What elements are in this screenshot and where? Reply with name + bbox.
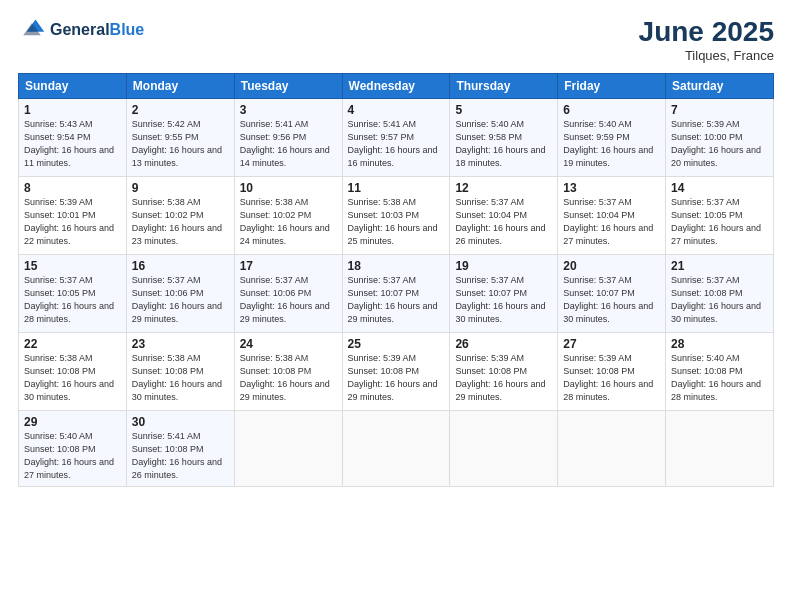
day-info: Sunrise: 5:41 AMSunset: 9:57 PMDaylight:…: [348, 119, 438, 168]
day-number: 25: [348, 337, 445, 351]
day-info: Sunrise: 5:37 AMSunset: 10:05 PMDaylight…: [24, 275, 114, 324]
table-row: 3 Sunrise: 5:41 AMSunset: 9:56 PMDayligh…: [234, 99, 342, 177]
day-number: 30: [132, 415, 229, 429]
day-info: Sunrise: 5:38 AMSunset: 10:02 PMDaylight…: [132, 197, 222, 246]
table-row: 13 Sunrise: 5:37 AMSunset: 10:04 PMDayli…: [558, 177, 666, 255]
table-row: 22 Sunrise: 5:38 AMSunset: 10:08 PMDayli…: [19, 333, 127, 411]
table-row: 30 Sunrise: 5:41 AMSunset: 10:08 PMDayli…: [126, 411, 234, 487]
day-number: 27: [563, 337, 660, 351]
calendar-row: 22 Sunrise: 5:38 AMSunset: 10:08 PMDayli…: [19, 333, 774, 411]
day-info: Sunrise: 5:40 AMSunset: 10:08 PMDaylight…: [24, 431, 114, 480]
day-info: Sunrise: 5:41 AMSunset: 9:56 PMDaylight:…: [240, 119, 330, 168]
day-number: 15: [24, 259, 121, 273]
calendar-row: 15 Sunrise: 5:37 AMSunset: 10:05 PMDayli…: [19, 255, 774, 333]
day-info: Sunrise: 5:43 AMSunset: 9:54 PMDaylight:…: [24, 119, 114, 168]
logo: GeneralBlue: [18, 16, 144, 44]
day-info: Sunrise: 5:41 AMSunset: 10:08 PMDaylight…: [132, 431, 222, 480]
col-tuesday: Tuesday: [234, 74, 342, 99]
day-info: Sunrise: 5:37 AMSunset: 10:07 PMDaylight…: [563, 275, 653, 324]
day-info: Sunrise: 5:40 AMSunset: 9:58 PMDaylight:…: [455, 119, 545, 168]
table-row: 4 Sunrise: 5:41 AMSunset: 9:57 PMDayligh…: [342, 99, 450, 177]
day-info: Sunrise: 5:39 AMSunset: 10:08 PMDaylight…: [455, 353, 545, 402]
table-row: 11 Sunrise: 5:38 AMSunset: 10:03 PMDayli…: [342, 177, 450, 255]
day-info: Sunrise: 5:37 AMSunset: 10:07 PMDaylight…: [348, 275, 438, 324]
page: GeneralBlue June 2025 Tilques, France Su…: [0, 0, 792, 612]
day-info: Sunrise: 5:37 AMSunset: 10:06 PMDaylight…: [240, 275, 330, 324]
table-row: [666, 411, 774, 487]
day-number: 18: [348, 259, 445, 273]
table-row: [342, 411, 450, 487]
day-info: Sunrise: 5:40 AMSunset: 10:08 PMDaylight…: [671, 353, 761, 402]
table-row: 24 Sunrise: 5:38 AMSunset: 10:08 PMDayli…: [234, 333, 342, 411]
day-info: Sunrise: 5:37 AMSunset: 10:05 PMDaylight…: [671, 197, 761, 246]
day-number: 22: [24, 337, 121, 351]
table-row: 28 Sunrise: 5:40 AMSunset: 10:08 PMDayli…: [666, 333, 774, 411]
day-number: 10: [240, 181, 337, 195]
day-number: 28: [671, 337, 768, 351]
day-info: Sunrise: 5:38 AMSunset: 10:08 PMDaylight…: [240, 353, 330, 402]
day-number: 17: [240, 259, 337, 273]
col-thursday: Thursday: [450, 74, 558, 99]
table-row: 8 Sunrise: 5:39 AMSunset: 10:01 PMDaylig…: [19, 177, 127, 255]
day-info: Sunrise: 5:37 AMSunset: 10:08 PMDaylight…: [671, 275, 761, 324]
table-row: 21 Sunrise: 5:37 AMSunset: 10:08 PMDayli…: [666, 255, 774, 333]
col-friday: Friday: [558, 74, 666, 99]
table-row: 2 Sunrise: 5:42 AMSunset: 9:55 PMDayligh…: [126, 99, 234, 177]
title-section: June 2025 Tilques, France: [639, 16, 774, 63]
day-number: 26: [455, 337, 552, 351]
day-number: 1: [24, 103, 121, 117]
day-info: Sunrise: 5:37 AMSunset: 10:04 PMDaylight…: [455, 197, 545, 246]
table-row: 14 Sunrise: 5:37 AMSunset: 10:05 PMDayli…: [666, 177, 774, 255]
calendar-header-row: Sunday Monday Tuesday Wednesday Thursday…: [19, 74, 774, 99]
day-number: 19: [455, 259, 552, 273]
day-number: 6: [563, 103, 660, 117]
table-row: [450, 411, 558, 487]
day-number: 20: [563, 259, 660, 273]
table-row: 15 Sunrise: 5:37 AMSunset: 10:05 PMDayli…: [19, 255, 127, 333]
table-row: 16 Sunrise: 5:37 AMSunset: 10:06 PMDayli…: [126, 255, 234, 333]
table-row: 9 Sunrise: 5:38 AMSunset: 10:02 PMDaylig…: [126, 177, 234, 255]
day-info: Sunrise: 5:38 AMSunset: 10:08 PMDaylight…: [24, 353, 114, 402]
day-number: 9: [132, 181, 229, 195]
day-info: Sunrise: 5:40 AMSunset: 9:59 PMDaylight:…: [563, 119, 653, 168]
col-sunday: Sunday: [19, 74, 127, 99]
day-number: 2: [132, 103, 229, 117]
table-row: 6 Sunrise: 5:40 AMSunset: 9:59 PMDayligh…: [558, 99, 666, 177]
day-number: 7: [671, 103, 768, 117]
day-info: Sunrise: 5:39 AMSunset: 10:08 PMDaylight…: [563, 353, 653, 402]
day-number: 21: [671, 259, 768, 273]
col-saturday: Saturday: [666, 74, 774, 99]
table-row: 27 Sunrise: 5:39 AMSunset: 10:08 PMDayli…: [558, 333, 666, 411]
table-row: [234, 411, 342, 487]
col-wednesday: Wednesday: [342, 74, 450, 99]
day-number: 23: [132, 337, 229, 351]
month-title: June 2025: [639, 16, 774, 48]
table-row: 17 Sunrise: 5:37 AMSunset: 10:06 PMDayli…: [234, 255, 342, 333]
table-row: 5 Sunrise: 5:40 AMSunset: 9:58 PMDayligh…: [450, 99, 558, 177]
day-number: 11: [348, 181, 445, 195]
day-number: 14: [671, 181, 768, 195]
day-number: 8: [24, 181, 121, 195]
day-number: 29: [24, 415, 121, 429]
table-row: 20 Sunrise: 5:37 AMSunset: 10:07 PMDayli…: [558, 255, 666, 333]
table-row: [558, 411, 666, 487]
table-row: 25 Sunrise: 5:39 AMSunset: 10:08 PMDayli…: [342, 333, 450, 411]
table-row: 1 Sunrise: 5:43 AMSunset: 9:54 PMDayligh…: [19, 99, 127, 177]
table-row: 19 Sunrise: 5:37 AMSunset: 10:07 PMDayli…: [450, 255, 558, 333]
table-row: 10 Sunrise: 5:38 AMSunset: 10:02 PMDayli…: [234, 177, 342, 255]
header: GeneralBlue June 2025 Tilques, France: [18, 16, 774, 63]
logo-icon: [18, 16, 46, 44]
calendar-row: 1 Sunrise: 5:43 AMSunset: 9:54 PMDayligh…: [19, 99, 774, 177]
col-monday: Monday: [126, 74, 234, 99]
table-row: 12 Sunrise: 5:37 AMSunset: 10:04 PMDayli…: [450, 177, 558, 255]
location: Tilques, France: [639, 48, 774, 63]
day-info: Sunrise: 5:37 AMSunset: 10:07 PMDaylight…: [455, 275, 545, 324]
day-number: 13: [563, 181, 660, 195]
table-row: 29 Sunrise: 5:40 AMSunset: 10:08 PMDayli…: [19, 411, 127, 487]
logo-text-general: GeneralBlue: [50, 21, 144, 39]
day-number: 24: [240, 337, 337, 351]
calendar-row: 29 Sunrise: 5:40 AMSunset: 10:08 PMDayli…: [19, 411, 774, 487]
day-info: Sunrise: 5:38 AMSunset: 10:03 PMDaylight…: [348, 197, 438, 246]
day-info: Sunrise: 5:38 AMSunset: 10:08 PMDaylight…: [132, 353, 222, 402]
day-number: 3: [240, 103, 337, 117]
